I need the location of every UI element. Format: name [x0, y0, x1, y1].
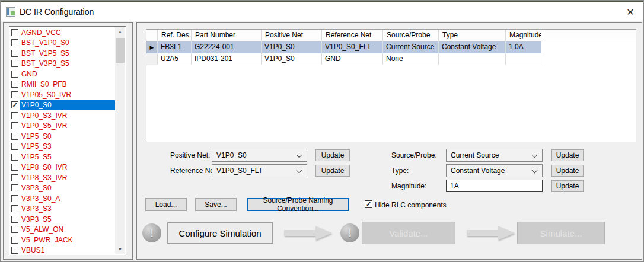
- net-list-item[interactable]: V3P3_S0_A: [10, 193, 115, 204]
- net-checkbox[interactable]: [11, 216, 18, 223]
- net-list-item[interactable]: V1P05_S0_IVR: [10, 90, 115, 100]
- net-checkbox[interactable]: [11, 60, 18, 67]
- naming-convention-button[interactable]: Source/Probe Naming Convention...: [247, 198, 349, 211]
- net-checkbox[interactable]: [11, 122, 18, 129]
- net-checkbox[interactable]: [11, 154, 18, 161]
- configure-warning-icon: !: [142, 223, 161, 242]
- positive-net-update-button[interactable]: Update: [315, 149, 350, 161]
- save-button[interactable]: Save...: [195, 198, 237, 211]
- source-probe-combo[interactable]: Current Source: [446, 149, 543, 162]
- net-list-item[interactable]: ✓V1P0_S0: [10, 100, 115, 111]
- grid-header-cell[interactable]: Positive Net: [262, 30, 322, 41]
- net-list-item[interactable]: V5_PWR_JACK: [10, 235, 115, 245]
- simulate-button[interactable]: Simulate...: [517, 222, 605, 244]
- magnitude-update-button[interactable]: Update: [551, 180, 584, 192]
- grid-cell[interactable]: GND: [322, 53, 383, 65]
- grid-row[interactable]: ▶FB3L1G22224-001V1P0_S0V1P0_S0_FLTCurren…: [146, 41, 636, 53]
- grid-cell[interactable]: U2A5: [158, 53, 192, 65]
- components-grid[interactable]: Ref. Des.Part NumberPositive NetReferenc…: [146, 29, 636, 142]
- net-checkbox[interactable]: [11, 91, 18, 98]
- net-checkbox[interactable]: [11, 81, 18, 88]
- net-checkbox[interactable]: [11, 184, 18, 191]
- net-list-item[interactable]: AGND_VCC: [10, 27, 115, 38]
- net-list-item[interactable]: V1P8_S0_IVR: [10, 162, 115, 173]
- net-list-item[interactable]: V3P3_S0: [10, 183, 115, 194]
- row-marker-icon[interactable]: ▶: [146, 41, 158, 53]
- reference-net-update-button[interactable]: Update: [315, 165, 350, 177]
- source-probe-update-button[interactable]: Update: [551, 149, 584, 161]
- grid-cell[interactable]: [439, 53, 506, 65]
- grid-cell[interactable]: V1P0_S0_FLT: [322, 41, 383, 53]
- net-list-item[interactable]: V1P5_S3: [10, 142, 115, 152]
- grid-cell[interactable]: FB3L1: [158, 41, 192, 53]
- net-list-item[interactable]: BST_V3P3_S5: [10, 59, 115, 69]
- grid-cell[interactable]: None: [383, 53, 439, 65]
- configure-simulation-button[interactable]: Configure Simulation: [167, 222, 273, 244]
- net-checkbox[interactable]: ✓: [11, 101, 18, 108]
- net-list-item[interactable]: VBUS1: [10, 245, 115, 255]
- net-list-item[interactable]: V1P5_S5: [10, 152, 115, 162]
- net-list-item[interactable]: V1P0_S5_IVR: [10, 121, 115, 132]
- net-checkbox[interactable]: [11, 50, 18, 57]
- net-list-item[interactable]: V3P3_S5: [10, 214, 115, 225]
- reference-net-label: Reference Net:: [170, 167, 218, 175]
- scroll-down-icon[interactable]: ▼: [115, 245, 125, 254]
- net-label: AGND_VCC: [20, 27, 115, 38]
- net-list-item[interactable]: V5_ALW_ON: [10, 225, 115, 235]
- net-checkbox[interactable]: [11, 205, 18, 212]
- grid-header-cell[interactable]: Part Number: [192, 30, 262, 41]
- grid-cell[interactable]: [506, 53, 541, 65]
- net-checkbox[interactable]: [11, 164, 18, 171]
- source-probe-label: Source/Probe:: [391, 151, 437, 159]
- type-value: Constant Voltage: [451, 167, 505, 175]
- scroll-up-icon[interactable]: ▲: [115, 27, 125, 37]
- grid-row[interactable]: U2A5IPD031-201V1P0_S0GNDNone: [146, 53, 636, 65]
- net-list-item[interactable]: BST_V1P5_S5: [10, 48, 115, 59]
- close-icon[interactable]: ×: [620, 4, 640, 20]
- net-list-item[interactable]: V1P0_S3_IVR: [10, 110, 115, 121]
- net-checkbox[interactable]: [11, 39, 18, 46]
- net-checkbox[interactable]: [11, 226, 18, 233]
- grid-cell[interactable]: Constant Voltage: [439, 41, 506, 53]
- net-list-item[interactable]: RMII_S0_PFB: [10, 79, 115, 90]
- grid-cell[interactable]: 1.0A: [506, 41, 541, 53]
- grid-header-cell[interactable]: Type: [439, 30, 506, 41]
- net-checkbox[interactable]: [11, 174, 18, 181]
- grid-header-cell[interactable]: Magnitude: [506, 30, 541, 41]
- grid-header-cell[interactable]: Reference Net: [322, 30, 383, 41]
- positive-net-combo[interactable]: V1P0_S0: [212, 149, 307, 162]
- row-stub[interactable]: [146, 53, 158, 65]
- magnitude-input[interactable]: [446, 180, 543, 192]
- grid-cell[interactable]: V1P0_S0: [262, 41, 322, 53]
- grid-cell[interactable]: Current Source: [383, 41, 439, 53]
- net-checkbox[interactable]: [11, 71, 18, 78]
- net-checkbox[interactable]: [11, 247, 18, 254]
- net-checkbox[interactable]: [11, 237, 18, 244]
- type-update-button[interactable]: Update: [551, 165, 584, 177]
- grid-cell[interactable]: G22224-001: [192, 41, 262, 53]
- grid-header-cell[interactable]: Source/Probe: [383, 30, 439, 41]
- reference-net-combo[interactable]: V1P0_S0_FLT: [212, 164, 307, 177]
- validate-button[interactable]: Validate...: [362, 222, 455, 244]
- net-checkbox[interactable]: [11, 143, 18, 150]
- net-list-item[interactable]: V1P8_S3_IVR: [10, 172, 115, 183]
- type-combo[interactable]: Constant Voltage: [446, 164, 543, 177]
- list-scrollbar[interactable]: ▲ ▼: [115, 27, 125, 254]
- load-button[interactable]: Load...: [145, 198, 187, 211]
- grid-cell[interactable]: IPD031-201: [192, 53, 262, 65]
- scroll-thumb[interactable]: [116, 38, 125, 63]
- net-listbox[interactable]: AGND_VCCBST_V1P0_S0BST_V1P5_S5BST_V3P3_S…: [9, 26, 126, 255]
- net-list-item[interactable]: V1P5_S0: [10, 131, 115, 142]
- grid-cell[interactable]: V1P0_S0: [262, 53, 322, 65]
- net-list-item[interactable]: V3P3_S3: [10, 204, 115, 215]
- grid-header-cell[interactable]: Ref. Des.: [158, 30, 192, 41]
- net-checkbox[interactable]: [11, 29, 18, 36]
- net-checkbox[interactable]: [11, 112, 18, 119]
- dc-ir-configuration-window: DC IR Configuration × AGND_VCCBST_V1P0_S…: [0, 0, 644, 262]
- hide-rlc-checkbox[interactable]: ✓: [365, 200, 372, 208]
- net-checkbox[interactable]: [11, 195, 18, 202]
- app-icon: [6, 7, 15, 17]
- net-list-item[interactable]: GND: [10, 69, 115, 79]
- net-list-item[interactable]: BST_V1P0_S0: [10, 38, 115, 49]
- net-checkbox[interactable]: [11, 133, 18, 140]
